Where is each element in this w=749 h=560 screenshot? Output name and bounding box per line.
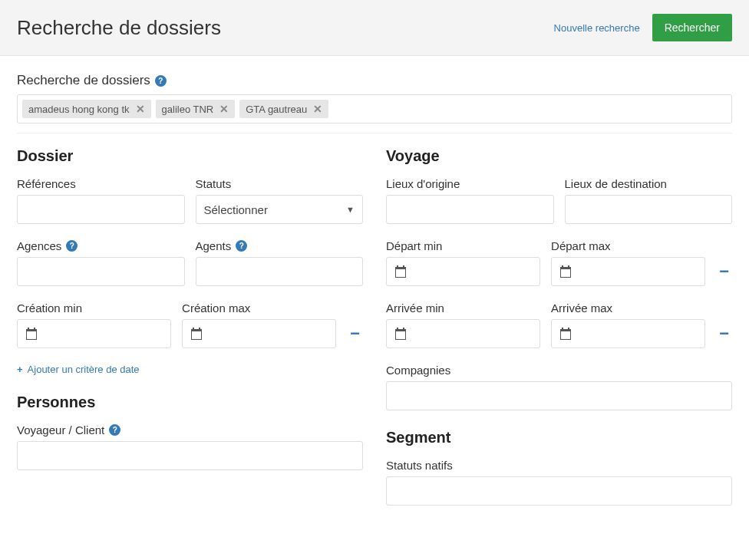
voyage-section-title: Voyage	[386, 147, 732, 165]
divider	[17, 133, 732, 133]
topbar: Recherche de dossiers Nouvelle recherche…	[0, 0, 749, 56]
help-icon[interactable]: ?	[155, 75, 167, 87]
dossier-section-title: Dossier	[17, 147, 363, 165]
statuts-label: Statuts	[196, 177, 364, 190]
calendar-icon	[559, 328, 572, 340]
references-input[interactable]	[17, 195, 185, 224]
creation-max-input[interactable]	[182, 319, 336, 348]
personnes-section-title: Personnes	[17, 394, 363, 411]
remove-depart-criteria-button[interactable]: −	[716, 257, 732, 286]
arrivee-min-label: Arrivée min	[386, 301, 540, 315]
depart-max-input[interactable]	[551, 257, 705, 286]
depart-min-label: Départ min	[386, 239, 540, 252]
calendar-icon	[190, 328, 203, 340]
creation-min-label: Création min	[17, 301, 171, 315]
plus-icon: +	[17, 364, 23, 375]
agences-label: Agences ?	[17, 239, 185, 252]
voyageur-input[interactable]	[17, 441, 363, 470]
add-date-criteria-text: Ajouter un critère de date	[28, 364, 140, 375]
calendar-icon	[25, 328, 38, 340]
help-icon[interactable]: ?	[66, 240, 78, 252]
calendar-icon	[559, 265, 572, 278]
statuts-select-value: Sélectionner	[204, 203, 268, 216]
left-column: Dossier Références Statuts Sélectionner …	[17, 147, 363, 521]
calendar-icon	[394, 328, 407, 340]
remove-date-criteria-button[interactable]: −	[347, 319, 363, 348]
close-icon[interactable]: ✕	[136, 103, 145, 115]
topbar-actions: Nouvelle recherche Rechercher	[554, 14, 732, 41]
destination-label: Lieux de destination	[565, 177, 733, 190]
add-date-criteria-link[interactable]: + Ajouter un critère de date	[17, 364, 140, 375]
compagnies-label: Compagnies	[386, 364, 732, 377]
destination-input[interactable]	[565, 195, 733, 224]
arrivee-min-input[interactable]	[386, 319, 540, 348]
arrivee-max-input[interactable]	[551, 319, 705, 348]
tag-text: GTA gautreau	[246, 104, 307, 115]
tag-text: galileo TNR	[162, 104, 214, 115]
search-tag: galileo TNR ✕	[156, 100, 236, 118]
search-tag: amadeus hong kong tk ✕	[22, 100, 151, 118]
search-tag: GTA gautreau ✕	[239, 100, 328, 118]
remove-arrivee-criteria-button[interactable]: −	[716, 319, 732, 348]
help-icon[interactable]: ?	[109, 424, 120, 436]
calendar-icon	[394, 265, 407, 278]
search-box-label-text: Recherche de dossiers	[17, 73, 150, 88]
statuts-natifs-input[interactable]	[386, 476, 732, 506]
tag-text: amadeus hong kong tk	[28, 104, 130, 115]
agents-label-text: Agents	[196, 239, 232, 252]
agences-input[interactable]	[17, 257, 185, 286]
search-tagbox[interactable]: amadeus hong kong tk ✕ galileo TNR ✕ GTA…	[17, 94, 732, 124]
agences-label-text: Agences	[17, 239, 61, 252]
voyageur-label-text: Voyageur / Client	[17, 423, 104, 436]
right-column: Voyage Lieux d'origine Lieux de destinat…	[386, 147, 732, 521]
compagnies-input[interactable]	[386, 381, 732, 410]
agents-input[interactable]	[196, 257, 364, 286]
references-label: Références	[17, 177, 185, 190]
arrivee-max-label: Arrivée max	[551, 301, 705, 315]
statuts-natifs-label: Statuts natifs	[386, 459, 732, 472]
chevron-down-icon: ▼	[346, 205, 355, 214]
close-icon[interactable]: ✕	[313, 103, 322, 115]
search-box-label: Recherche de dossiers ?	[17, 73, 732, 88]
close-icon[interactable]: ✕	[219, 103, 229, 115]
statuts-select[interactable]: Sélectionner ▼	[196, 195, 364, 224]
depart-max-label: Départ max	[551, 239, 705, 252]
page-title: Recherche de dossiers	[17, 16, 221, 40]
voyageur-label: Voyageur / Client ?	[17, 423, 363, 436]
origine-label: Lieux d'origine	[386, 177, 554, 190]
help-icon[interactable]: ?	[236, 240, 247, 252]
creation-min-input[interactable]	[17, 319, 171, 348]
depart-min-input[interactable]	[386, 257, 540, 286]
new-search-link[interactable]: Nouvelle recherche	[554, 22, 640, 34]
search-button[interactable]: Rechercher	[652, 14, 732, 41]
origine-input[interactable]	[386, 195, 554, 224]
agents-label: Agents ?	[196, 239, 364, 252]
segment-section-title: Segment	[386, 429, 732, 446]
creation-max-label: Création max	[182, 301, 336, 315]
